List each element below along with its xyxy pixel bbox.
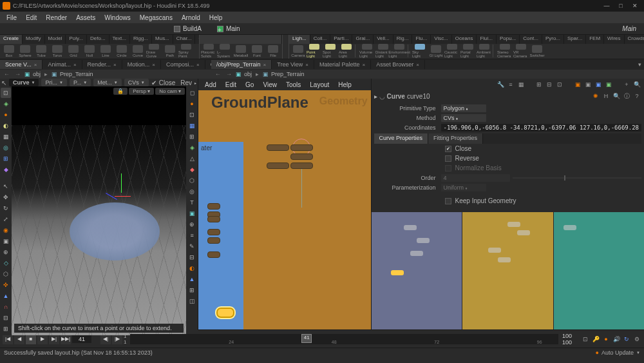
tool-skylight[interactable]: Sky Light [412,44,428,58]
method-dropdown[interactable]: CVs ♦ [441,114,486,122]
info-icon[interactable]: ⓘ [622,92,631,101]
network-node[interactable] [207,216,220,222]
shelf-tab[interactable]: Cont... [520,35,542,44]
shelf-tab-constraints[interactable]: Cons... [195,35,199,44]
obj-icon[interactable]: ▣ [236,71,242,77]
tool-switcher[interactable]: Switcher [529,44,545,58]
auto-update-dropdown[interactable]: Auto Update [601,349,634,356]
display-tool-icon[interactable]: ⊟ [187,252,197,262]
gear-icon[interactable]: ✺ [591,92,600,101]
search-icon[interactable]: 🔍 [632,80,641,89]
tool-font[interactable]: Font [249,44,265,58]
display-tool-icon[interactable]: ≡ [187,230,197,240]
view-tool-icon[interactable]: ⊡ [1,88,11,98]
tool-grid[interactable]: Grid [66,44,81,58]
selected-curve-node[interactable] [218,309,233,317]
obj-icon[interactable]: ▣ [24,71,30,77]
shelf-tab[interactable]: Rig... [393,35,413,44]
reverse-checkbox[interactable] [445,155,451,162]
path-node[interactable]: Prep_Terrain [60,71,93,77]
view-tool-icon[interactable]: ◆ [1,164,11,175]
network-node[interactable] [290,153,313,160]
shelf-tab-lights[interactable]: Ligh... [289,35,310,44]
gizmo-x-axis[interactable] [115,196,131,197]
net-menu-tools[interactable]: Tools [282,80,305,90]
view-icon[interactable]: ⊞ [535,80,544,89]
net-menu-layout[interactable]: Layout [306,80,333,90]
key-icon[interactable]: 🔑 [591,335,600,344]
tool-gilight[interactable]: GI Light [428,44,444,58]
transform-gizmo[interactable] [108,183,134,209]
tool-path[interactable]: Path [162,44,178,58]
display-tool-icon[interactable]: ◈ [187,142,197,153]
move-tool-icon[interactable]: ✥ [1,192,11,202]
menu-render[interactable]: Render [42,13,71,23]
lock-icon[interactable]: 🔒 [113,88,128,95]
tool-line[interactable]: Line [98,44,113,58]
display-tool-icon[interactable]: ⊡ [187,110,197,120]
display-tool-icon[interactable]: ⬡ [187,175,197,186]
tool-volumelight[interactable]: Volume Light [359,44,375,58]
display-tool-icon[interactable]: ▲ [187,274,197,284]
display-tool-icon[interactable]: ◐ [187,263,197,273]
tool-lsystem[interactable]: L-System [217,44,232,58]
magnet-tool-icon[interactable]: ∩ [1,302,11,312]
close-label[interactable]: Close [159,79,176,86]
preview-panel[interactable] [372,212,462,329]
net-menu-edit[interactable]: Edit [222,80,240,90]
display-tool-icon[interactable]: T [187,197,197,208]
network-editor[interactable]: GroundPlane Geometry ater [198,90,371,329]
display-tool-icon[interactable]: ⊕ [187,219,197,230]
shelf-tab[interactable]: Grai... [352,35,374,44]
shelf-tab-deform[interactable]: Defo... [87,35,109,44]
update-indicator-icon[interactable]: ● [596,349,599,356]
close-checkbox[interactable]: ✔ [445,146,451,152]
gizmo-y-axis[interactable] [121,173,122,193]
menu-arnold[interactable]: Arnold [178,13,204,23]
prim-dropdown[interactable]: Pri...▼ [41,79,66,86]
plus-icon[interactable]: + [622,80,631,89]
tool-file[interactable]: File [265,44,281,58]
shelf-tab-poly[interactable]: Poly... [66,35,87,44]
path-node[interactable]: Prep_Terrain [271,71,305,77]
shelf-tab[interactable]: Crowds [625,35,645,44]
view-tool-icon[interactable]: ● [1,110,11,120]
arrow-icon[interactable]: ↖ [1,79,6,86]
close-button[interactable]: ✕ [629,1,641,10]
network-node[interactable] [207,251,220,258]
water-netbox[interactable]: ater [198,142,243,329]
checkmark-icon[interactable]: ✔ [151,79,156,86]
tool-portallight[interactable]: Portal Light [460,44,476,58]
display-tool-icon[interactable]: ◎ [187,186,197,197]
view-tool-icon[interactable]: ⊞ [1,153,11,164]
shelf-tab-rigging[interactable]: Rigg... [130,35,152,44]
tab-sceneview[interactable]: Scene V...× [0,60,43,69]
tool-icon[interactable]: ⊕ [1,247,11,257]
playhead[interactable]: 41 [301,334,312,343]
shelf-tab[interactable]: FEM [586,35,604,44]
menu-edit[interactable]: Edit [22,13,41,23]
display-tool-icon[interactable]: ✎ [187,241,197,251]
path-obj[interactable]: obj [33,71,41,77]
range-end-top[interactable]: 100 [562,333,572,339]
arrow-icon[interactable]: ▸ [374,93,377,100]
tool-circle[interactable]: Circle [114,44,129,58]
search-icon[interactable]: 🔍 [612,92,621,101]
tab-network[interactable]: /obj/Prep_Terrain× [211,60,272,69]
layer-icon[interactable]: ▣ [583,80,592,89]
primtype-dropdown[interactable]: Polygon ♦ [441,104,486,112]
network-node[interactable] [267,144,289,151]
view-tool-icon[interactable]: ◐ [1,121,11,131]
shelf-tab[interactable]: Visc... [431,35,452,44]
display-tool-icon[interactable]: ▣ [187,208,197,219]
tab-composite[interactable]: Composi...× [161,60,205,69]
tab-matpalette[interactable]: Material Palette× [314,60,371,69]
p-dropdown[interactable]: P...▼ [70,79,91,86]
tool-camera[interactable]: Camera [290,44,306,58]
display-tool-icon[interactable]: ◫ [187,296,197,306]
tool-drawcurve[interactable]: Draw Curve [146,44,162,58]
timeline-track[interactable]: 24 41 48 72 96 [130,334,558,344]
shelf-tab-texture[interactable]: Text... [109,35,130,44]
network-node[interactable] [290,162,313,169]
parm-name[interactable]: curve10 [407,93,430,100]
